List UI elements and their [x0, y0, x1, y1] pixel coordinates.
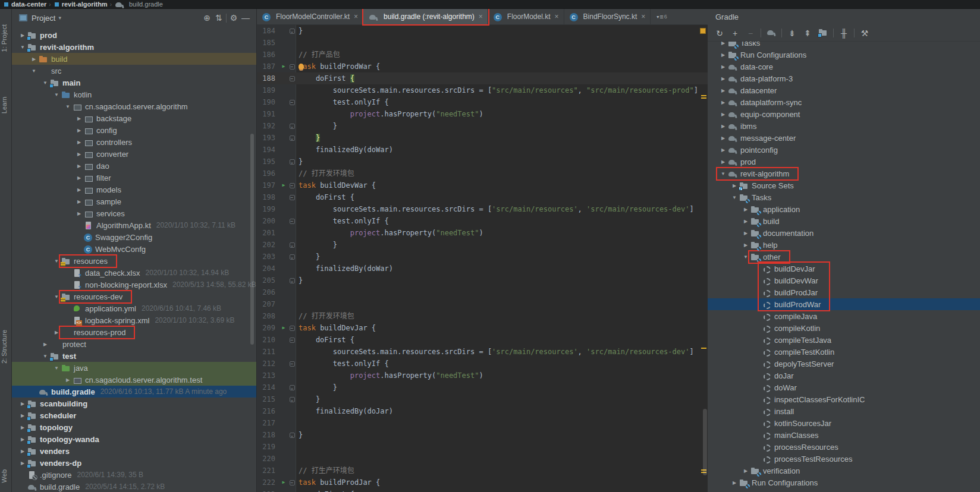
tree-item-webmvcconfg[interactable]: CWebMvcConfg — [12, 243, 256, 255]
tree-item-protect[interactable]: ▶protect — [12, 338, 256, 350]
expand-arrow-icon[interactable]: ▶ — [74, 211, 84, 216]
fold-gutter[interactable]: ⌄ — [288, 159, 296, 165]
tree-item-gitignore[interactable]: .gitignore2020/6/1 14:39, 35 B — [12, 469, 256, 481]
code-line-218[interactable]: 218⌄} — [257, 429, 708, 441]
fold-open-icon[interactable]: − — [290, 361, 295, 367]
gradle-task-builddevwar[interactable]: buildDevWar — [708, 275, 980, 286]
code-line-187[interactable]: 187▶−task buildProdWar { — [257, 61, 708, 72]
execute-gradle-task-icon[interactable] — [765, 28, 778, 39]
gradle-task-compiletestjava[interactable]: compileTestJava — [708, 334, 980, 346]
tree-item-datacenter[interactable]: ▶datacenter — [708, 84, 980, 96]
hide-icon[interactable]: — — [240, 13, 252, 23]
expand-arrow-icon[interactable]: ▶ — [718, 159, 728, 165]
expand-arrow-icon[interactable]: ▶ — [18, 401, 27, 406]
fold-gutter[interactable]: ⌄ — [288, 397, 296, 402]
tree-item-prod[interactable]: ▶prod — [12, 29, 256, 41]
breadcrumb-item-revit-algorithm[interactable]: revit-algorithm — [54, 1, 108, 8]
fold-open-icon[interactable]: − — [290, 76, 295, 81]
tree-item-scheduler[interactable]: ▶scheduler — [12, 409, 256, 421]
gradle-task-install[interactable]: install — [708, 405, 980, 417]
gradle-task-inspectclassesforkotlinic[interactable]: inspectClassesForKotlinIC — [708, 393, 980, 405]
expand-arrow-icon[interactable]: ▶ — [74, 152, 84, 157]
tree-item-data-check-xlsx[interactable]: ?data_check.xlsx2020/1/10 10:32, 14.94 k… — [12, 267, 256, 279]
tree-item-resources-prod[interactable]: ▶resources-prod — [12, 326, 256, 338]
code-line-186[interactable]: 186// 打产品包 — [257, 49, 708, 61]
collapse-arrow-icon[interactable]: ▼ — [52, 258, 61, 264]
expand-arrow-icon[interactable]: ▶ — [63, 377, 73, 383]
code-line-206[interactable]: 206 — [257, 286, 708, 298]
gradle-task-processtestresources[interactable]: processTestResources — [708, 453, 980, 465]
fold-close-icon[interactable]: ⌄ — [290, 135, 295, 141]
tree-item-config[interactable]: ▶config — [12, 124, 256, 136]
expand-arrow-icon[interactable]: ▶ — [718, 124, 728, 129]
code-line-193[interactable]: 193⌄ } — [257, 132, 708, 144]
close-icon[interactable]: × — [354, 12, 358, 21]
tree-item-services[interactable]: ▶services — [12, 207, 256, 219]
expand-all-icon[interactable]: ⇟ — [786, 29, 799, 38]
collapse-arrow-icon[interactable]: ▼ — [741, 254, 750, 260]
collapse-arrow-icon[interactable]: ▼ — [63, 104, 73, 109]
tree-item-help[interactable]: ▶help — [708, 239, 980, 251]
tab-build-gradle-revit-algorithm[interactable]: build.gradle (:revit-algorithm)× — [363, 9, 488, 24]
fold-gutter[interactable]: ⌄ — [288, 124, 296, 129]
close-icon[interactable]: × — [555, 12, 559, 21]
tab-bindfloorsync-kt[interactable]: CBindFloorSync.kt× — [564, 9, 651, 24]
expand-arrow-icon[interactable]: ▶ — [18, 413, 27, 418]
code-line-221[interactable]: 221// 打生产环境包 — [257, 465, 708, 477]
collapse-arrow-icon[interactable]: ▼ — [29, 68, 39, 74]
tree-item-scanbuilding[interactable]: ▶scanbuilding — [12, 398, 256, 409]
tab-floormodelcontroller-kt[interactable]: CFloorModelController.kt× — [257, 9, 363, 24]
project-scrollbar[interactable] — [250, 134, 254, 345]
expand-arrow-icon[interactable]: ▶ — [74, 163, 84, 169]
fold-gutter[interactable]: ⌄ — [288, 433, 296, 438]
tree-item-pointconfig[interactable]: ▶pointconfig — [708, 144, 980, 156]
collapse-arrow-icon[interactable]: ▼ — [718, 171, 728, 176]
fold-gutter[interactable]: ⌄ — [288, 254, 296, 260]
locate-icon[interactable]: ⊕ — [201, 13, 213, 23]
fold-open-icon[interactable]: − — [290, 64, 295, 70]
code-line-209[interactable]: 209▶−task buildDevJar { — [257, 322, 708, 334]
expand-arrow-icon[interactable]: ▶ — [18, 33, 27, 38]
breadcrumb-item-build-gradle[interactable]: build.gradle — [115, 0, 163, 9]
tree-item-application-yml[interactable]: application.yml2020/6/16 10:41, 7.46 kB — [12, 302, 256, 314]
fold-close-icon[interactable]: ⌄ — [290, 29, 295, 34]
run-task-icon[interactable]: ▶ — [279, 477, 288, 488]
expand-arrow-icon[interactable]: ▶ — [40, 342, 50, 347]
code-line-197[interactable]: 197▶−task buildDevWar { — [257, 179, 708, 191]
expand-arrow-icon[interactable]: ▶ — [741, 242, 750, 248]
tool-stripe-button-web[interactable]: Web — [1, 469, 8, 482]
tree-item-run-configurations[interactable]: ▶Run Configurations — [708, 477, 980, 488]
collapse-arrow-icon[interactable]: ▼ — [52, 92, 61, 97]
gradle-task-buildprodwar[interactable]: buildProdWar — [708, 298, 980, 310]
expand-arrow-icon[interactable]: ▶ — [18, 461, 27, 466]
expand-arrow-icon[interactable]: ▶ — [18, 437, 27, 442]
tree-item-dataplatform-sync[interactable]: ▶dataplatform-sync — [708, 96, 980, 108]
tree-item-dao[interactable]: ▶dao — [12, 160, 256, 172]
tool-stripe-button-2-structure[interactable]: 2: Structure — [1, 330, 8, 364]
code-line-211[interactable]: 211 sourceSets.main.resources.srcDirs = … — [257, 346, 708, 358]
fold-gutter[interactable]: − — [288, 361, 296, 367]
code-area[interactable]: 184⌄}185186// 打产品包187▶−task buildProdWar… — [257, 25, 708, 492]
tree-item-topology[interactable]: ▶topology — [12, 421, 256, 433]
tool-stripe-button-learn[interactable]: Learn — [1, 97, 8, 113]
tree-item-sample[interactable]: ▶sample — [12, 195, 256, 207]
run-task-icon[interactable]: ▶ — [279, 322, 288, 334]
code-line-199[interactable]: 199 sourceSets.main.resources.srcDirs = … — [257, 203, 708, 215]
tree-item-models[interactable]: ▶models — [12, 184, 256, 195]
fold-gutter[interactable]: − — [288, 76, 296, 81]
fold-close-icon[interactable]: ⌄ — [290, 385, 295, 390]
tree-item-cn-sagacloud-server-algorithm-test[interactable]: ▶cn.sagacloud.server.algorithm.test — [12, 374, 256, 386]
tree-item-scanbuilding[interactable]: ▶scanbuilding — [708, 488, 980, 492]
fold-gutter[interactable]: − — [288, 326, 296, 331]
tree-item-source-sets[interactable]: ▶Source Sets — [708, 179, 980, 191]
tool-stripe-button-1-project[interactable]: 1: Project — [1, 24, 8, 52]
fold-close-icon[interactable]: ⌄ — [290, 397, 295, 402]
tree-item-build-gradle[interactable]: build.gradle2020/6/16 10:13, 11.77 kB A … — [12, 386, 256, 398]
collapse-arrow-icon[interactable]: ▼ — [18, 45, 27, 50]
expand-arrow-icon[interactable]: ▶ — [718, 42, 728, 46]
code-line-213[interactable]: 213 project.hasProperty("needTest") — [257, 370, 708, 381]
expand-arrow-icon[interactable]: ▶ — [718, 52, 728, 58]
collapse-arrow-icon[interactable]: ▼ — [40, 80, 50, 86]
expand-arrow-icon[interactable]: ▶ — [741, 207, 750, 212]
fold-close-icon[interactable]: ⌄ — [290, 124, 295, 129]
